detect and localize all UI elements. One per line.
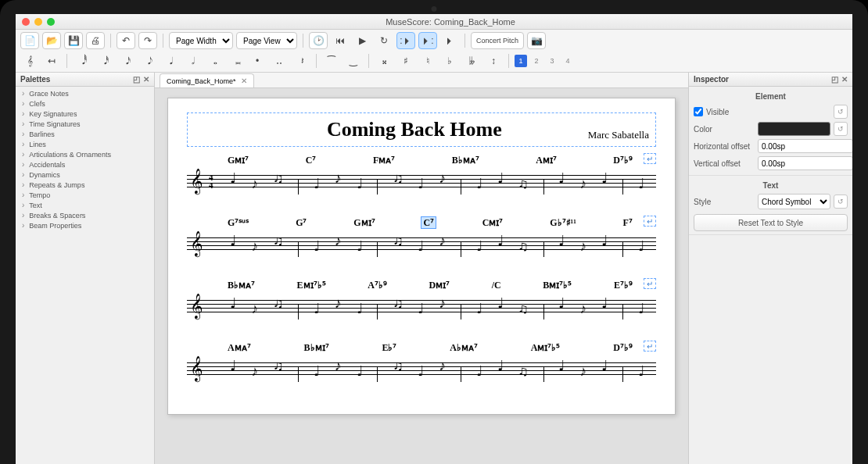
chord-symbol[interactable]: E♭⁷	[382, 342, 396, 353]
loop-button[interactable]: ↻	[375, 32, 393, 49]
score-composer[interactable]: Marc Sabatella	[588, 129, 649, 141]
palette-item[interactable]: Grace Notes	[16, 88, 154, 98]
note[interactable]: ♩	[418, 300, 424, 317]
note[interactable]: ♫	[393, 358, 404, 374]
note[interactable]: ♩	[601, 232, 608, 249]
system-break-icon[interactable]: ↵	[644, 216, 656, 227]
note[interactable]: ♫	[393, 233, 404, 249]
note[interactable]: ♫	[273, 295, 284, 312]
slur-button[interactable]: ‿	[344, 52, 363, 70]
note[interactable]: ♩	[638, 300, 644, 317]
note[interactable]: ♩	[418, 175, 424, 192]
inspector-undock-icon[interactable]: ◰	[831, 75, 838, 84]
note[interactable]: ♩	[230, 294, 236, 312]
chord-symbol[interactable]: Bᴍɪ⁷♭⁵	[543, 280, 572, 291]
palette-item[interactable]: Key Signatures	[16, 109, 154, 119]
palette-item[interactable]: Time Signatures	[16, 119, 154, 129]
voice-2-button[interactable]: 2	[530, 55, 543, 67]
note[interactable]: ♪	[579, 238, 586, 255]
note[interactable]: ♩	[601, 170, 608, 187]
style-select[interactable]: Chord Symbol	[758, 194, 830, 209]
note-64th-button[interactable]: 𝅘𝅥𝅱	[73, 52, 91, 70]
color-swatch[interactable]	[758, 122, 830, 136]
chord-symbol[interactable]: Aᴍɪ⁷	[536, 155, 557, 166]
palette-item[interactable]: Articulations & Ornaments	[16, 149, 154, 159]
close-window-button[interactable]	[22, 18, 30, 26]
note[interactable]: ♩	[230, 232, 236, 249]
note[interactable]: ♫	[518, 238, 529, 255]
rewind-button[interactable]: ⏮	[331, 32, 350, 49]
note[interactable]: ♩	[357, 362, 363, 380]
chord-symbol[interactable]: C⁷	[421, 217, 436, 228]
note[interactable]: ♩	[638, 362, 644, 380]
tie-button[interactable]: ⁀	[322, 52, 341, 70]
palette-item[interactable]: Clefs	[16, 98, 154, 109]
dot-button[interactable]: •	[248, 52, 267, 70]
note-input-button[interactable]: 𝄞	[20, 52, 39, 70]
chord-symbol[interactable]: G♭⁷♯¹¹	[550, 217, 576, 228]
note[interactable]: ♩	[476, 175, 482, 192]
note[interactable]: ♫	[393, 295, 404, 312]
note[interactable]: ♫	[273, 233, 284, 249]
note-half-button[interactable]: 𝅗𝅥	[182, 52, 201, 70]
palette-item[interactable]: Text	[16, 200, 154, 210]
voice-3-button[interactable]: 3	[546, 55, 558, 67]
chord-symbol[interactable]: A♭ᴍᴀ⁷	[450, 342, 478, 353]
note[interactable]: ♩	[558, 357, 565, 374]
note[interactable]: ♩	[314, 362, 320, 380]
new-file-button[interactable]: 📄	[20, 32, 39, 49]
note[interactable]: ♪	[439, 358, 446, 374]
staff[interactable]: 𝄞♩♪♫♩♪♩♫♩♪♩♩♫♩♪♩♩	[187, 355, 656, 386]
note[interactable]: ♪	[251, 176, 258, 192]
note[interactable]: ♫	[518, 176, 529, 192]
note[interactable]: ♩	[497, 232, 504, 249]
note[interactable]: ♩	[476, 300, 482, 317]
sharp-button[interactable]: ♯	[396, 52, 415, 70]
flat-button[interactable]: ♭	[440, 52, 459, 70]
note[interactable]: ♩	[497, 170, 504, 187]
title-frame[interactable]: Coming Back Home Marc Sabatella	[187, 112, 656, 147]
chord-symbol[interactable]: Aᴍᴀ⁷	[228, 342, 251, 353]
chord-symbol[interactable]: /C	[492, 280, 501, 291]
score-canvas[interactable]: Coming Back Home Marc Sabatella Gᴍɪ⁷C⁷Fᴍ…	[155, 88, 688, 464]
note[interactable]: ♩	[638, 237, 644, 255]
chord-symbol[interactable]: A⁷♭⁹	[368, 280, 387, 291]
document-tab[interactable]: Coming_Back_Home* ✕	[160, 73, 254, 87]
note[interactable]: ♩	[476, 362, 482, 380]
note[interactable]: ♩	[357, 237, 363, 255]
staff[interactable]: 𝄞♩♪♫♩♪♩♫♩♪♩♩♫♩♪♩♩	[187, 230, 656, 261]
chord-symbol[interactable]: B♭ᴍɪ⁷	[304, 342, 329, 353]
staff[interactable]: 𝄞44♩♪♫♩♪♩♫♩♪♩♩♫♩♪♩♩	[187, 167, 656, 198]
save-file-button[interactable]: 💾	[64, 32, 83, 49]
note[interactable]: ♫	[273, 358, 284, 374]
image-capture-button[interactable]: 📷	[527, 32, 546, 49]
note[interactable]: ♩	[314, 300, 320, 317]
note-16th-button[interactable]: 𝅘𝅥𝅯	[117, 52, 135, 70]
note[interactable]: ♪	[251, 301, 258, 317]
note[interactable]: ♩	[497, 357, 504, 374]
note[interactable]: ♩	[497, 294, 504, 312]
note[interactable]: ♩	[418, 237, 424, 255]
chord-symbol[interactable]: D⁷♭⁹	[613, 155, 633, 166]
chord-symbol[interactable]: Dᴍɪ⁷	[429, 280, 450, 291]
flip-button[interactable]: ↕	[484, 52, 503, 70]
redo-button[interactable]: ↷	[138, 32, 157, 49]
minimize-window-button[interactable]	[34, 18, 42, 26]
concert-pitch-button[interactable]: Concert Pitch	[471, 32, 524, 49]
note[interactable]: ♪	[439, 295, 446, 312]
note[interactable]: ♪	[579, 363, 586, 380]
score-title[interactable]: Coming Back Home	[241, 118, 588, 141]
note[interactable]: ♩	[558, 170, 565, 187]
note[interactable]: ♪	[335, 233, 342, 249]
note[interactable]: ♫	[393, 170, 404, 187]
chord-symbol[interactable]: Cᴍɪ⁷	[482, 217, 504, 228]
visible-checkbox[interactable]	[694, 107, 703, 116]
note[interactable]: ♩	[314, 175, 320, 192]
palette-item[interactable]: Repeats & Jumps	[16, 180, 154, 190]
note[interactable]: ♩	[558, 294, 565, 312]
view-select[interactable]: Page View	[236, 32, 297, 49]
note[interactable]: ♩	[601, 294, 608, 312]
metronome-button[interactable]: 🕑	[309, 32, 328, 49]
chord-symbol[interactable]: G⁷ˢᵘˢ	[228, 217, 249, 228]
step-back-button[interactable]: ↤	[42, 52, 61, 70]
